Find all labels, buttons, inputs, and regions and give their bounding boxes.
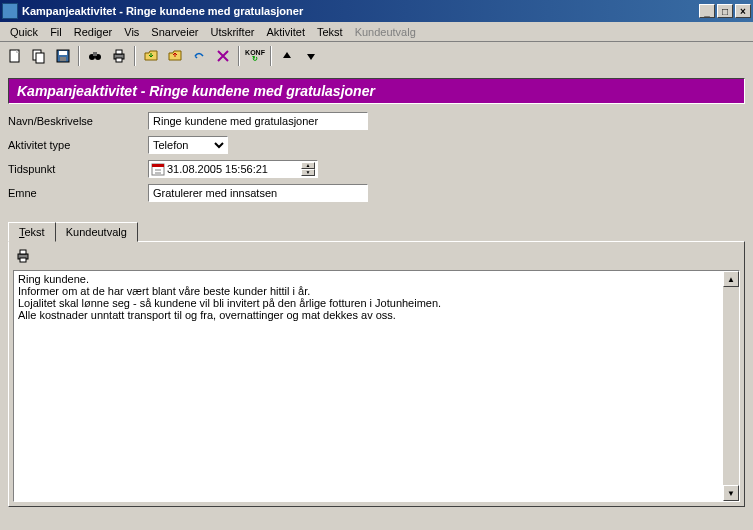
maximize-button[interactable]: □: [717, 4, 733, 18]
print-button[interactable]: [108, 45, 130, 67]
toolbar-separator: [134, 46, 136, 66]
subject-input[interactable]: [148, 184, 368, 202]
minimize-button[interactable]: _: [699, 4, 715, 18]
svg-rect-11: [116, 58, 122, 62]
svg-rect-8: [93, 52, 97, 56]
down-button[interactable]: [300, 45, 322, 67]
label-time: Tidspunkt: [8, 163, 148, 175]
menu-kundeutvalg[interactable]: Kundeutvalg: [349, 24, 422, 40]
print-icon: [15, 248, 31, 264]
print-icon: [111, 48, 127, 64]
datetime-input[interactable]: 31.08.2005 15:56:21 ▲ ▼: [148, 160, 318, 178]
form-row-subject: Emne: [8, 184, 745, 202]
up-arrow-icon: [281, 50, 293, 62]
app-icon: [2, 3, 18, 19]
content-area: Kampanjeaktivitet - Ringe kundene med gr…: [0, 70, 753, 515]
spin-down-icon[interactable]: ▼: [301, 169, 315, 176]
menu-aktivitet[interactable]: Aktivitet: [260, 24, 311, 40]
toolbar-separator: [78, 46, 80, 66]
form-row-time: Tidspunkt 31.08.2005 15:56:21 ▲ ▼: [8, 160, 745, 178]
folder-in-button[interactable]: [140, 45, 162, 67]
scroll-up-icon[interactable]: ▲: [723, 271, 739, 287]
toolbar-separator: [238, 46, 240, 66]
text-editor-wrap: ▲ ▼: [13, 270, 740, 502]
menu-tekst[interactable]: Tekst: [311, 24, 349, 40]
form-row-type: Aktivitet type Telefon: [8, 136, 745, 154]
menu-quick[interactable]: Quick: [4, 24, 44, 40]
folder-in-icon: [143, 48, 159, 64]
form-row-name: Navn/Beskrivelse: [8, 112, 745, 130]
save-button[interactable]: [52, 45, 74, 67]
folder-out-icon: [167, 48, 183, 64]
delete-button[interactable]: [212, 45, 234, 67]
tab-panel-tekst: ▲ ▼: [8, 241, 745, 507]
activity-type-select[interactable]: Telefon: [148, 136, 228, 154]
label-name: Navn/Beskrivelse: [8, 115, 148, 127]
svg-rect-18: [20, 258, 26, 262]
menu-rediger[interactable]: Rediger: [68, 24, 119, 40]
toolbar-separator: [270, 46, 272, 66]
tabs-area: Tekst Kundeutvalg ▲ ▼: [8, 222, 745, 507]
svg-rect-17: [20, 250, 26, 254]
menu-snarveier[interactable]: Snarveier: [145, 24, 204, 40]
copy-button[interactable]: [28, 45, 50, 67]
name-input[interactable]: [148, 112, 368, 130]
close-button[interactable]: ×: [735, 4, 751, 18]
delete-icon: [215, 48, 231, 64]
menu-utskrifter[interactable]: Utskrifter: [204, 24, 260, 40]
svg-rect-4: [59, 51, 67, 55]
menu-fil[interactable]: Fil: [44, 24, 68, 40]
up-button[interactable]: [276, 45, 298, 67]
new-icon: [7, 48, 23, 64]
svg-rect-10: [116, 50, 122, 54]
print-row: [13, 246, 740, 270]
copy-icon: [31, 48, 47, 64]
title-bar: Kampanjeaktivitet - Ringe kundene med gr…: [0, 0, 753, 22]
svg-rect-13: [152, 164, 164, 167]
page-title-banner: Kampanjeaktivitet - Ringe kundene med gr…: [8, 78, 745, 104]
folder-out-button[interactable]: [164, 45, 186, 67]
toolbar: KONF↻: [0, 42, 753, 70]
datetime-value: 31.08.2005 15:56:21: [167, 163, 301, 175]
tab-tekst[interactable]: Tekst: [8, 222, 56, 242]
window-title: Kampanjeaktivitet - Ringe kundene med gr…: [22, 5, 697, 17]
down-arrow-icon: [305, 50, 317, 62]
undo-icon: [191, 48, 207, 64]
scroll-down-icon[interactable]: ▼: [723, 485, 739, 501]
menu-bar: Quick Fil Rediger Vis Snarveier Utskrift…: [0, 22, 753, 42]
text-editor[interactable]: [14, 271, 739, 499]
binoculars-icon: [87, 48, 103, 64]
save-icon: [55, 48, 71, 64]
print-text-button[interactable]: [15, 254, 31, 266]
datetime-spinner[interactable]: ▲ ▼: [301, 162, 315, 176]
calendar-icon[interactable]: [151, 162, 165, 176]
spin-up-icon[interactable]: ▲: [301, 162, 315, 169]
undo-button[interactable]: [188, 45, 210, 67]
label-type: Aktivitet type: [8, 139, 148, 151]
svg-rect-5: [60, 57, 66, 61]
menu-vis[interactable]: Vis: [118, 24, 145, 40]
konf-button[interactable]: KONF↻: [244, 45, 266, 67]
label-subject: Emne: [8, 187, 148, 199]
tab-kundeutvalg[interactable]: Kundeutvalg: [55, 222, 138, 242]
find-button[interactable]: [84, 45, 106, 67]
new-button[interactable]: [4, 45, 26, 67]
vertical-scrollbar[interactable]: ▲ ▼: [723, 271, 739, 501]
tab-bar: Tekst Kundeutvalg: [8, 222, 745, 242]
svg-rect-2: [36, 53, 44, 63]
